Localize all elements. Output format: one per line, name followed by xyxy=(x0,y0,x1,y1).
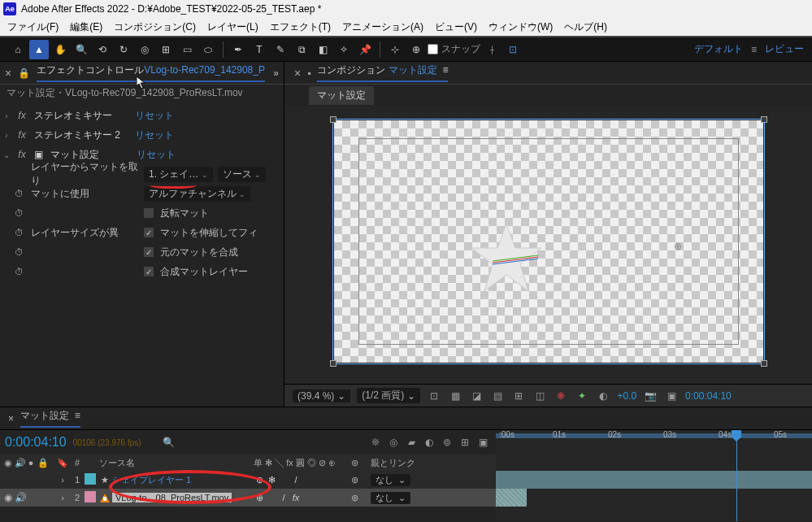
handle-bl[interactable] xyxy=(330,360,337,367)
search-icon[interactable]: 🔍 xyxy=(163,437,175,448)
layer-dropdown[interactable]: 1. シェイ… ⌄ xyxy=(144,167,213,182)
camera-tool-icon[interactable]: ◎ xyxy=(135,40,154,59)
zoom-dropdown[interactable]: (39.4 %) ⌄ xyxy=(293,389,350,402)
lock-icon[interactable]: ▪ xyxy=(307,67,310,79)
reset-link[interactable]: リセット xyxy=(135,109,174,123)
snap-edge-icon[interactable]: ⟊ xyxy=(482,40,502,59)
col-source[interactable]: ソース名 xyxy=(99,457,254,469)
color-mgmt-icon[interactable]: ✦ xyxy=(575,389,589,403)
close-icon[interactable]: × xyxy=(8,413,14,424)
clip-shape-layer[interactable] xyxy=(496,471,812,489)
graph-editor-icon[interactable]: ⊞ xyxy=(457,437,473,448)
handle-br[interactable] xyxy=(761,360,767,367)
stretch-checkbox[interactable] xyxy=(144,228,154,237)
label-swatch[interactable] xyxy=(85,491,96,502)
grid-icon[interactable]: ▤ xyxy=(490,389,505,403)
shy-icon[interactable]: ▰ xyxy=(403,437,419,448)
frame-blend-icon[interactable]: ◐ xyxy=(421,437,437,448)
fx-stereo-mixer-2[interactable]: › fx ステレオミキサー 2 リセット xyxy=(0,125,284,145)
menu-layer[interactable]: レイヤー(L) xyxy=(202,20,264,34)
timecode[interactable]: 0:00:04:10 xyxy=(5,435,67,450)
time-display[interactable]: 0:00:04:10 xyxy=(685,390,732,402)
exposure-value[interactable]: +0.0 xyxy=(617,390,636,402)
text-tool-icon[interactable]: T xyxy=(250,40,269,59)
menu-help[interactable]: ヘルプ(H) xyxy=(558,20,613,34)
pickwhip-icon[interactable]: ⊚ xyxy=(351,493,371,503)
menu-edit[interactable]: 編集(E) xyxy=(64,20,108,34)
rect-tool-icon[interactable]: ▭ xyxy=(177,40,197,59)
puppet-tool-icon[interactable]: 📌 xyxy=(355,40,375,59)
menu-composition[interactable]: コンポジション(C) xyxy=(108,20,202,34)
menu-file[interactable]: ファイル(F) xyxy=(2,20,64,34)
effects-tab[interactable]: エフェクトコントロールVLog-to-Rec709_142908_P xyxy=(37,63,265,82)
home-icon[interactable]: ⌂ xyxy=(8,40,28,59)
snap-grid-icon[interactable]: ⊡ xyxy=(503,40,523,59)
label-swatch[interactable] xyxy=(85,473,96,485)
markers-icon[interactable]: ▣ xyxy=(475,437,491,448)
col-parent[interactable]: 親とリンク xyxy=(371,457,496,469)
exposure-icon[interactable]: ◐ xyxy=(596,389,610,403)
source-dropdown[interactable]: ソース ⌄ xyxy=(218,167,266,182)
pen-tool-icon[interactable]: ✒ xyxy=(228,40,248,59)
mask-icon[interactable]: ◪ xyxy=(469,389,484,403)
workspace-default[interactable]: デフォルト xyxy=(694,42,743,56)
workspace-menu-icon[interactable]: ≡ xyxy=(751,44,757,55)
snap-toggle[interactable]: スナップ xyxy=(428,42,480,56)
snapshot-icon[interactable]: 📷 xyxy=(643,389,658,403)
stopwatch-icon[interactable]: ⏱ xyxy=(15,267,26,276)
handle-tr[interactable] xyxy=(761,116,767,123)
orbit-tool-icon[interactable]: ⟲ xyxy=(93,40,112,59)
comp-layer-checkbox[interactable] xyxy=(144,267,154,276)
close-icon[interactable]: × xyxy=(294,67,301,80)
draft3d-icon[interactable]: ◎ xyxy=(385,437,402,448)
roto-tool-icon[interactable]: ✧ xyxy=(334,40,354,59)
hand-tool-icon[interactable]: ✋ xyxy=(50,40,70,59)
motion-blur-icon[interactable]: ⊚ xyxy=(439,437,455,448)
selection-tool-icon[interactable]: ▲ xyxy=(29,40,49,59)
invert-checkbox[interactable] xyxy=(144,208,154,218)
lock-icon[interactable]: 🔒 xyxy=(18,67,30,79)
ellipse-tool-icon[interactable]: ⬭ xyxy=(198,40,218,59)
stopwatch-icon[interactable]: ⏱ xyxy=(15,208,26,218)
channels-icon[interactable]: ❋ xyxy=(554,389,568,403)
composite-checkbox[interactable] xyxy=(144,247,154,257)
resolution-dropdown[interactable]: (1/2 画質) ⌄ xyxy=(357,388,420,403)
timeline-ruler-area[interactable]: :00s 01s 02s 03s 04s 05s xyxy=(496,430,812,521)
menu-view[interactable]: ビュー(V) xyxy=(429,20,483,34)
viewer[interactable]: ⊕ xyxy=(284,106,812,384)
reset-link[interactable]: リセット xyxy=(135,128,174,142)
clone-tool-icon[interactable]: ⧉ xyxy=(292,40,311,59)
handle-tl[interactable] xyxy=(330,116,337,123)
eraser-tool-icon[interactable]: ◧ xyxy=(313,40,332,59)
show-snapshot-icon[interactable]: ▣ xyxy=(664,389,679,403)
panel-menu-icon[interactable]: » xyxy=(273,67,279,79)
menu-effect[interactable]: エフェクト(T) xyxy=(264,20,337,34)
guides-icon[interactable]: ⊞ xyxy=(511,389,526,403)
panbehind-tool-icon[interactable]: ⊞ xyxy=(156,40,176,59)
3d-icon[interactable]: ◫ xyxy=(532,389,547,403)
clip-mov-layer[interactable] xyxy=(496,489,527,507)
brush-tool-icon[interactable]: ✎ xyxy=(271,40,290,59)
menu-window[interactable]: ウィンドウ(W) xyxy=(483,20,558,34)
region-icon[interactable]: ⊡ xyxy=(427,389,441,403)
workspace-review[interactable]: レビュー xyxy=(765,42,804,56)
rotate-tool-icon[interactable]: ↻ xyxy=(114,40,133,59)
timeline-tab[interactable]: マット設定 ≡ xyxy=(20,409,80,428)
pickwhip-icon[interactable]: ⊚ xyxy=(351,475,371,485)
reset-link[interactable]: リセット xyxy=(137,148,176,162)
local-axis-icon[interactable]: ⊹ xyxy=(385,40,405,59)
world-axis-icon[interactable]: ⊕ xyxy=(406,40,426,59)
comp-flowchart-icon[interactable]: ❊ xyxy=(367,437,384,448)
stopwatch-icon[interactable]: ⏱ xyxy=(15,228,26,237)
star-shape[interactable] xyxy=(468,222,545,295)
fx-stereo-mixer[interactable]: › fx ステレオミキサー リセット xyxy=(0,106,284,125)
menu-animation[interactable]: アニメーション(A) xyxy=(337,20,429,34)
comp-tab[interactable]: コンポジション マット設定 ≡ xyxy=(317,63,448,82)
zoom-tool-icon[interactable]: 🔍 xyxy=(72,40,91,59)
close-icon[interactable]: × xyxy=(5,67,11,80)
transparency-icon[interactable]: ▦ xyxy=(448,389,462,403)
parent-dropdown[interactable]: なし⌄ xyxy=(371,492,410,504)
playhead[interactable] xyxy=(736,430,737,521)
stopwatch-icon[interactable]: ⏱ xyxy=(15,247,26,257)
parent-dropdown[interactable]: なし⌄ xyxy=(371,474,410,486)
